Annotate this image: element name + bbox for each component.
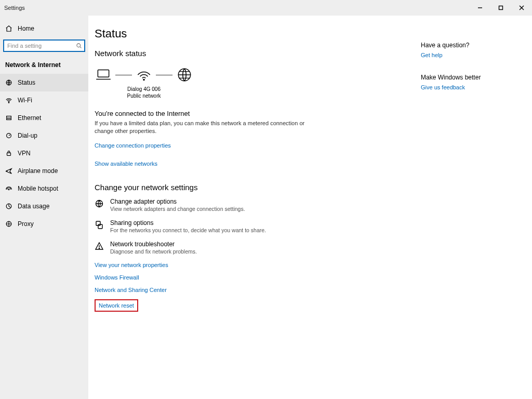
- home-label: Home: [18, 25, 34, 32]
- window-title: Settings: [4, 5, 25, 11]
- minimize-icon: [477, 5, 483, 10]
- nav-label: VPN: [18, 150, 31, 157]
- option-subtitle: Diagnose and fix network problems.: [110, 248, 197, 255]
- wifi-signal-icon: [135, 66, 153, 84]
- network-name: Dialog 4G 006: [127, 86, 161, 92]
- home-icon: [5, 25, 12, 32]
- sidebar-item-status[interactable]: Status: [0, 74, 88, 91]
- connected-title: You're connected to the Internet: [95, 110, 400, 117]
- option-troubleshooter[interactable]: Network troubleshooter Diagnose and fix …: [95, 241, 400, 255]
- sidebar-item-proxy[interactable]: Proxy: [0, 215, 88, 233]
- connected-description: If you have a limited data plan, you can…: [95, 119, 313, 135]
- proxy-icon: [5, 220, 12, 228]
- sidebar-item-wifi[interactable]: Wi-Fi: [0, 91, 88, 109]
- sidebar-item-dialup[interactable]: Dial-up: [0, 127, 88, 144]
- svg-point-7: [8, 102, 9, 103]
- main-content: Status Network status: [88, 16, 532, 399]
- feedback-title: Make Windows better: [421, 74, 520, 81]
- option-title: Change adapter options: [110, 198, 245, 205]
- option-subtitle: For the networks you connect to, decide …: [110, 227, 266, 233]
- wifi-icon: [5, 97, 12, 104]
- link-change-connection-properties[interactable]: Change connection properties: [95, 142, 171, 149]
- svg-point-11: [8, 189, 9, 190]
- sidebar-item-airplane[interactable]: Airplane mode: [0, 162, 88, 180]
- right-panel: Have a question? Get help Make Windows b…: [421, 27, 520, 399]
- search-icon: [76, 43, 82, 49]
- svg-rect-14: [98, 70, 109, 77]
- change-settings-heading: Change your network settings: [95, 183, 400, 192]
- nav-label: Wi-Fi: [18, 97, 32, 104]
- network-diagram: [95, 66, 193, 84]
- search-input[interactable]: [3, 39, 85, 52]
- link-give-feedback[interactable]: Give us feedback: [421, 84, 520, 90]
- connector-line: [115, 75, 132, 75]
- nav-label: Ethernet: [18, 114, 41, 122]
- sidebar: Home Network & Internet Status Wi-Fi E: [0, 16, 88, 399]
- highlight-network-reset: Network reset: [95, 299, 138, 312]
- page-title: Status: [95, 27, 400, 41]
- window-controls: [470, 0, 532, 16]
- close-button[interactable]: [511, 0, 532, 16]
- sidebar-item-ethernet[interactable]: Ethernet: [0, 109, 88, 127]
- titlebar: Settings: [0, 0, 532, 16]
- link-network-sharing-center[interactable]: Network and Sharing Center: [95, 287, 400, 293]
- link-network-reset[interactable]: Network reset: [99, 302, 134, 309]
- svg-point-15: [143, 79, 144, 81]
- svg-line-5: [80, 47, 82, 48]
- sidebar-item-vpn[interactable]: VPN: [0, 144, 88, 162]
- sidebar-section-label: Network & Internet: [0, 57, 88, 74]
- airplane-icon: [5, 167, 12, 175]
- maximize-icon: [498, 5, 503, 10]
- nav-label: Dial-up: [18, 132, 37, 139]
- troubleshooter-icon: [95, 242, 104, 251]
- sidebar-item-data-usage[interactable]: Data usage: [0, 197, 88, 215]
- globe-icon: [176, 66, 193, 84]
- maximize-button[interactable]: [490, 0, 511, 16]
- minimize-button[interactable]: [470, 0, 490, 16]
- link-get-help[interactable]: Get help: [421, 52, 520, 58]
- nav-label: Mobile hotspot: [18, 185, 58, 192]
- link-windows-firewall[interactable]: Windows Firewall: [95, 274, 400, 281]
- svg-point-9: [7, 134, 11, 138]
- network-status-heading: Network status: [95, 49, 400, 58]
- svg-point-21: [99, 248, 99, 248]
- nav-list: Status Wi-Fi Ethernet Dial-up VPN Airpla…: [0, 74, 88, 233]
- nav-label: Airplane mode: [18, 167, 58, 175]
- status-icon: [5, 79, 12, 86]
- adapter-icon: [95, 199, 104, 208]
- close-icon: [519, 5, 524, 10]
- sharing-icon: [95, 220, 104, 230]
- connector-line: [156, 75, 172, 75]
- svg-point-4: [77, 44, 81, 47]
- link-view-network-properties[interactable]: View your network properties: [95, 262, 400, 268]
- option-subtitle: View network adapters and change connect…: [110, 206, 245, 212]
- hotspot-icon: [5, 185, 12, 192]
- option-title: Network troubleshooter: [110, 241, 197, 248]
- svg-rect-1: [499, 6, 503, 10]
- option-adapter[interactable]: Change adapter options View network adap…: [95, 198, 400, 212]
- nav-label: Proxy: [18, 220, 34, 228]
- svg-rect-10: [7, 153, 11, 155]
- data-usage-icon: [5, 203, 12, 210]
- nav-label: Status: [18, 79, 35, 86]
- laptop-icon: [95, 66, 112, 84]
- dialup-icon: [5, 132, 12, 139]
- nav-label: Data usage: [18, 203, 49, 210]
- link-show-available-networks[interactable]: Show available networks: [95, 161, 157, 167]
- ethernet-icon: [5, 114, 12, 122]
- help-title: Have a question?: [421, 42, 520, 49]
- sidebar-item-hotspot[interactable]: Mobile hotspot: [0, 180, 88, 197]
- network-type: Public network: [127, 92, 161, 99]
- option-title: Sharing options: [110, 219, 266, 227]
- vpn-icon: [5, 150, 12, 157]
- sidebar-home[interactable]: Home: [0, 23, 88, 39]
- option-sharing[interactable]: Sharing options For the networks you con…: [95, 219, 400, 233]
